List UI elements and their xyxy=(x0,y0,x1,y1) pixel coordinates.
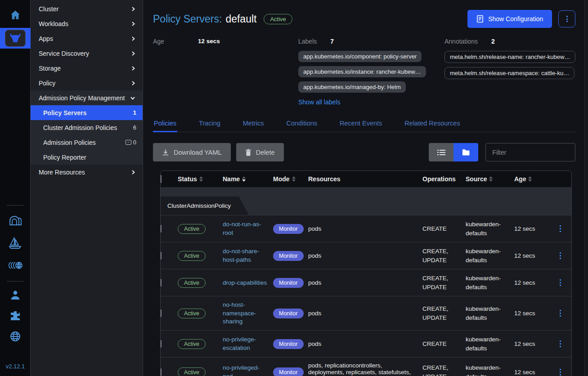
sidebar-item-service-discovery[interactable]: Service Discovery xyxy=(31,46,143,61)
sidebar-item-more-resources[interactable]: More Resources xyxy=(31,165,143,179)
sidebar-item-policy-reporter[interactable]: Policy Reporter xyxy=(31,150,143,165)
table-row: Active no-privileged-pod Monitor pods, r… xyxy=(161,357,571,376)
tab-recent-events[interactable]: Recent Events xyxy=(339,116,383,132)
column-header-mode[interactable]: Mode xyxy=(273,175,308,183)
home-button[interactable] xyxy=(0,5,31,25)
row-kebab-menu-button[interactable] xyxy=(552,252,568,259)
sidebar-nav: Cluster Workloads Apps Service Discovery… xyxy=(31,0,143,376)
cluster-fleet-icon[interactable] xyxy=(6,258,24,273)
row-checkbox[interactable] xyxy=(161,309,162,317)
header-kebab-menu-button[interactable] xyxy=(558,10,575,27)
row-checkbox[interactable] xyxy=(161,279,162,286)
row-resources: pods xyxy=(308,336,422,352)
sidebar-item-policy-servers[interactable]: Policy Servers 1 xyxy=(31,105,143,120)
trash-icon xyxy=(245,149,251,156)
mode-badge: Monitor xyxy=(273,251,304,261)
sidebar-group-label: Admission Policy Management xyxy=(39,94,125,102)
sidebar-item-label: Cluster Admission Policies xyxy=(43,124,117,131)
chevron-right-icon xyxy=(131,21,135,27)
row-kebab-menu-button[interactable] xyxy=(552,369,568,376)
row-age: 12 secs xyxy=(514,304,552,322)
tab-related-resources[interactable]: Related Resources xyxy=(404,116,461,132)
item-count-badge: −0 xyxy=(126,139,136,146)
show-configuration-button[interactable]: Show Configuration xyxy=(467,10,552,28)
row-kebab-menu-button[interactable] xyxy=(552,340,568,347)
cluster-sailboat-icon[interactable] xyxy=(6,235,24,251)
policy-name-link[interactable]: no-privileged-pod xyxy=(223,364,269,376)
sidebar-item-apps[interactable]: Apps xyxy=(31,31,143,46)
sidebar-item-label: Storage xyxy=(39,65,61,72)
delete-button[interactable]: Delete xyxy=(236,143,284,161)
column-header-status[interactable]: Status xyxy=(178,175,223,183)
tab-tracing[interactable]: Tracing xyxy=(198,116,221,132)
show-all-labels-link[interactable]: Show all labels xyxy=(298,98,340,106)
table-header-row: Status Name Mode Resources xyxy=(161,171,571,187)
tab-conditions[interactable]: Conditions xyxy=(286,116,319,132)
policy-name-link[interactable]: do-not-run-as-root xyxy=(223,220,269,237)
row-checkbox[interactable] xyxy=(161,368,162,376)
list-icon xyxy=(437,149,445,156)
policy-name-link[interactable]: no-host-namespace-sharing xyxy=(223,301,269,326)
row-kebab-menu-button[interactable] xyxy=(552,279,568,286)
row-source: kubewarden-defaults xyxy=(466,300,514,327)
row-operations: CREATE xyxy=(422,335,466,353)
sidebar-item-label: Cluster xyxy=(39,5,58,13)
sidebar-item-admission-policies[interactable]: Admission Policies −0 xyxy=(31,135,143,150)
row-source: kubewarden-defaults xyxy=(466,242,514,269)
item-count-badge: 6 xyxy=(133,124,136,131)
row-source: kubewarden-defaults xyxy=(466,215,514,242)
row-status-badge: Active xyxy=(178,224,206,234)
row-resources: pods xyxy=(308,305,422,321)
chevron-right-icon xyxy=(131,36,135,41)
show-configuration-label: Show Configuration xyxy=(488,15,543,22)
scrollbar-track[interactable] xyxy=(584,0,588,376)
row-checkbox[interactable] xyxy=(161,252,162,260)
sidebar-item-workloads[interactable]: Workloads xyxy=(31,16,143,31)
active-product-highlight[interactable] xyxy=(0,28,31,49)
policy-name-link[interactable]: no-privilege-escalation xyxy=(223,336,269,352)
chevron-right-icon xyxy=(131,66,135,71)
user-icon[interactable] xyxy=(6,288,24,302)
label-chip: app.kubernetes.io/component: policy-serv… xyxy=(298,51,422,62)
policy-name-link[interactable]: do-not-share-host-paths xyxy=(223,247,269,264)
detail-tabs: Policies Tracing Metrics Conditions Rece… xyxy=(153,116,575,132)
sidebar-item-label: Policy xyxy=(39,80,55,87)
filter-input[interactable] xyxy=(485,143,575,161)
policies-table: Status Name Mode Resources xyxy=(160,170,572,376)
sidebar-item-policy[interactable]: Policy xyxy=(31,76,143,90)
group-view-button[interactable] xyxy=(453,143,478,161)
rail-divider xyxy=(7,281,24,282)
row-checkbox[interactable] xyxy=(161,340,162,348)
chevron-right-icon xyxy=(131,81,135,86)
row-kebab-menu-button[interactable] xyxy=(552,310,568,317)
sidebar-item-storage[interactable]: Storage xyxy=(31,61,143,76)
sidebar-item-admission-policy-management[interactable]: Admission Policy Management xyxy=(31,90,143,105)
policy-name-link[interactable]: drop-capabilities xyxy=(223,279,267,287)
column-header-name[interactable]: Name xyxy=(223,175,273,183)
group-label-tab: ClusterAdmissionPolicy xyxy=(161,197,249,215)
rail-divider xyxy=(7,205,24,206)
extensions-icon[interactable] xyxy=(6,309,24,323)
column-header-resources[interactable]: Resources xyxy=(308,175,422,183)
mode-badge: Monitor xyxy=(273,224,304,234)
sort-icon xyxy=(292,176,296,182)
tab-metrics[interactable]: Metrics xyxy=(242,116,265,132)
sidebar-item-cluster[interactable]: Cluster xyxy=(31,1,143,16)
row-operations: CREATE, UPDATE xyxy=(422,269,466,296)
sort-icon xyxy=(489,176,493,182)
column-header-age[interactable]: Age xyxy=(514,175,552,183)
select-all-checkbox[interactable] xyxy=(161,175,162,183)
table-row: Active drop-capabilities Monitor pods CR… xyxy=(161,269,571,296)
cluster-arch-icon[interactable] xyxy=(6,213,24,228)
list-view-button[interactable] xyxy=(429,143,453,161)
annotations-count: 2 xyxy=(491,38,495,45)
column-header-source[interactable]: Source xyxy=(466,175,514,183)
tab-policies[interactable]: Policies xyxy=(153,116,177,132)
download-yaml-button[interactable]: Download YAML xyxy=(153,143,231,161)
item-count-badge: 1 xyxy=(133,109,136,116)
row-kebab-menu-button[interactable] xyxy=(552,225,568,232)
sidebar-item-cluster-admission-policies[interactable]: Cluster Admission Policies 6 xyxy=(31,120,143,135)
row-checkbox[interactable] xyxy=(161,225,162,233)
globe-icon[interactable] xyxy=(6,329,24,344)
column-header-operations[interactable]: Operations xyxy=(422,175,466,183)
